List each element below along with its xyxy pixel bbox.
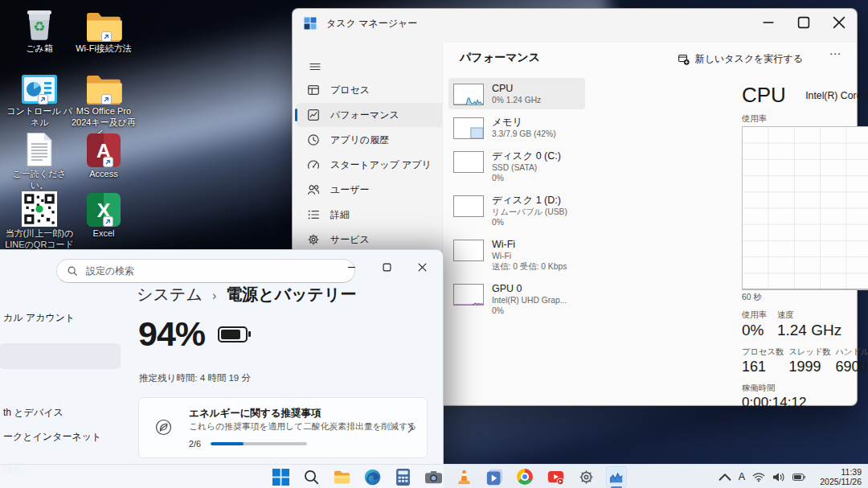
- perf-item-name: ディスク 1 (D:): [492, 194, 567, 207]
- chrome-icon: [517, 469, 533, 485]
- media-player-taskbar-button[interactable]: [484, 466, 505, 487]
- file-explorer-taskbar-button[interactable]: [331, 466, 352, 487]
- task-manager-titlebar[interactable]: タスク マネージャー: [293, 9, 857, 38]
- cpu-stats-row: プロセス数161スレッド数1999ハンドル数69000: [742, 347, 868, 375]
- close-button[interactable]: [821, 9, 857, 36]
- perf-item-text: Wi-FiWi-Fi送信: 0 受信: 0 Kbps: [492, 238, 567, 272]
- settings-sidebar-item-system[interactable]: [0, 343, 121, 369]
- page-title: パフォーマンス: [460, 51, 540, 65]
- text-doc-icon: [26, 129, 53, 167]
- chrome-taskbar-button[interactable]: [514, 466, 535, 487]
- perf-item-disk1[interactable]: ディスク 1 (D:)リムーバブル (USB)0%: [448, 190, 585, 232]
- perf-item-text: ディスク 0 (C:)SSD (SATA)0%: [492, 150, 561, 183]
- folder-icon: [85, 3, 122, 42]
- minimize-button[interactable]: [751, 9, 786, 36]
- tm-nav-item-processes[interactable]: プロセス: [297, 78, 443, 102]
- maximize-button[interactable]: [786, 9, 821, 36]
- desktop-icon-excel[interactable]: XExcel: [69, 188, 138, 240]
- run-new-task-button[interactable]: 新しいタスクを実行する: [671, 49, 809, 69]
- performance-header: パフォーマンス 新しいタスクを実行する ...: [443, 43, 856, 72]
- perf-item-cpu[interactable]: CPU0% 1.24 GHz: [448, 78, 585, 109]
- edge-taskbar-button[interactable]: [362, 466, 383, 487]
- wifi-icon: [752, 472, 765, 482]
- desktop-icon-line-qr[interactable]: 当方(川上一郎)の LINEのQRコード: [5, 188, 74, 251]
- stat-label: ハンドル数: [835, 347, 868, 358]
- tray-wifi[interactable]: [752, 466, 765, 487]
- stat-label: プロセス数: [742, 347, 784, 358]
- tm-nav-item-details[interactable]: 詳細: [297, 203, 443, 227]
- taskbar: A 11:39 2025/11/26: [0, 464, 868, 488]
- tm-nav-item-performance[interactable]: パフォーマンス: [297, 103, 443, 127]
- desktop-icon-wifi-guide[interactable]: Wi-Fi接続方法: [69, 3, 138, 55]
- edge-icon: [364, 469, 381, 486]
- perf-item-disk0[interactable]: ディスク 0 (C:)SSD (SATA)0%: [448, 146, 585, 187]
- tray-battery[interactable]: [792, 466, 805, 487]
- cpu-stats-left: 使用率0%速度1.24 GHzプロセス数161スレッド数1999ハンドル数690…: [742, 310, 868, 418]
- cpu-stats-row: 使用率0%速度1.24 GHz: [742, 310, 868, 339]
- perf-item-gpu0[interactable]: GPU 0Intel(R) UHD Grap...0%: [448, 278, 585, 320]
- volume-icon: [772, 472, 785, 482]
- access-icon: A: [87, 129, 121, 167]
- video-app-icon: [547, 469, 564, 486]
- file-explorer-icon: [334, 469, 350, 486]
- media-player-icon: [486, 469, 503, 486]
- tm-nav-item-startup-apps[interactable]: スタートアップ アプリ: [297, 153, 443, 177]
- settings-taskbar-button[interactable]: [575, 466, 596, 487]
- desktop-icon-label: コントロール パネル: [5, 106, 74, 129]
- processes-icon: [307, 84, 320, 96]
- x-left-label: 60 秒: [742, 292, 762, 303]
- perf-item-wifi[interactable]: Wi-FiWi-Fi送信: 0 受信: 0 Kbps: [448, 234, 585, 276]
- perf-item-text: メモリ3.3/7.9 GB (42%): [492, 116, 556, 139]
- search-taskbar-button[interactable]: [301, 466, 321, 487]
- desktop-icon-access[interactable]: AAccess: [69, 129, 138, 180]
- perf-item-text: ディスク 1 (D:)リムーバブル (USB)0%: [492, 194, 567, 228]
- taskbar-clock[interactable]: 11:39 2025/11/26: [820, 466, 862, 487]
- energy-card-subtitle: これらの推奨事項を適用して二酸化炭素排出量を削減する: [189, 421, 416, 433]
- desktop-icon-readme[interactable]: ご一読ください。: [5, 129, 74, 191]
- perf-item-memory[interactable]: メモリ3.3/7.9 GB (42%): [448, 112, 585, 143]
- cpu-title: CPU: [742, 83, 786, 108]
- tray-volume[interactable]: [772, 466, 785, 487]
- stat-稼働時間: 稼働時間0:00:14:12: [742, 383, 806, 411]
- tray-ime[interactable]: A: [739, 466, 745, 487]
- tm-nav-item-users[interactable]: ユーザー: [297, 178, 443, 202]
- desktop-icon-label: 当方(川上一郎)の LINEのQRコード: [5, 228, 74, 251]
- task-manager-taskbar-button[interactable]: [606, 466, 627, 487]
- perf-item-sub: 0%: [492, 173, 561, 183]
- hamburger-icon: [309, 60, 321, 73]
- shortcut-arrow-icon: [101, 94, 112, 105]
- tm-nav-item-services[interactable]: サービス: [297, 228, 443, 252]
- tray-hidden-icons[interactable]: [719, 466, 731, 487]
- start-taskbar-button[interactable]: [270, 466, 291, 487]
- stat-value: 69000: [835, 359, 868, 375]
- stat-ハンドル数: ハンドル数69000: [835, 347, 868, 375]
- breadcrumb-system[interactable]: システム: [137, 284, 203, 306]
- camera-icon: [425, 469, 442, 486]
- perf-item-sub: リムーバブル (USB): [492, 207, 567, 217]
- clock-time: 11:39: [841, 467, 862, 478]
- perf-item-text: CPU0% 1.24 GHz: [492, 82, 541, 105]
- stat-スレッド数: スレッド数1999: [788, 347, 830, 375]
- nav-menu-toggle-button[interactable]: [305, 57, 325, 76]
- more-options-button[interactable]: ...: [829, 44, 841, 57]
- perf-item-sub: SSD (SATA): [492, 162, 561, 173]
- desktop-icon-recycle-bin[interactable]: ♻ごみ箱: [5, 3, 74, 55]
- gear-icon: [578, 469, 595, 486]
- tray-ime-label: A: [739, 471, 745, 482]
- energy-recommendations-card[interactable]: エネルギーに関する推奨事項 これらの推奨事項を適用して二酸化炭素排出量を削減する…: [138, 397, 428, 458]
- disk0-mini-graph: [453, 151, 484, 173]
- vlc-taskbar-button[interactable]: [453, 466, 474, 487]
- desktop-icon-control-panel[interactable]: コントロール パネル: [5, 66, 74, 129]
- settings-sidebar-item-network-internet[interactable]: ークとインターネット: [0, 424, 121, 449]
- breadcrumb-page: 電源とバッテリー: [226, 284, 356, 306]
- calculator-taskbar-button[interactable]: [392, 466, 413, 487]
- settings-sidebar-item-account[interactable]: カル アカウント: [0, 305, 121, 330]
- desktop-icon-grid: ♻ごみ箱Wi-Fi接続方法コントロール パネルMS Office Pro 202…: [0, 0, 161, 257]
- video-app-taskbar-button[interactable]: [545, 466, 566, 487]
- details-icon: [307, 208, 320, 221]
- tm-nav-item-app-history[interactable]: アプリの履歴: [297, 128, 443, 152]
- stat-label: 速度: [777, 310, 841, 321]
- camera-taskbar-button[interactable]: [423, 466, 444, 487]
- selection-indicator: [295, 109, 297, 121]
- settings-sidebar-item-bluetooth-devices[interactable]: th とデバイス: [0, 400, 121, 425]
